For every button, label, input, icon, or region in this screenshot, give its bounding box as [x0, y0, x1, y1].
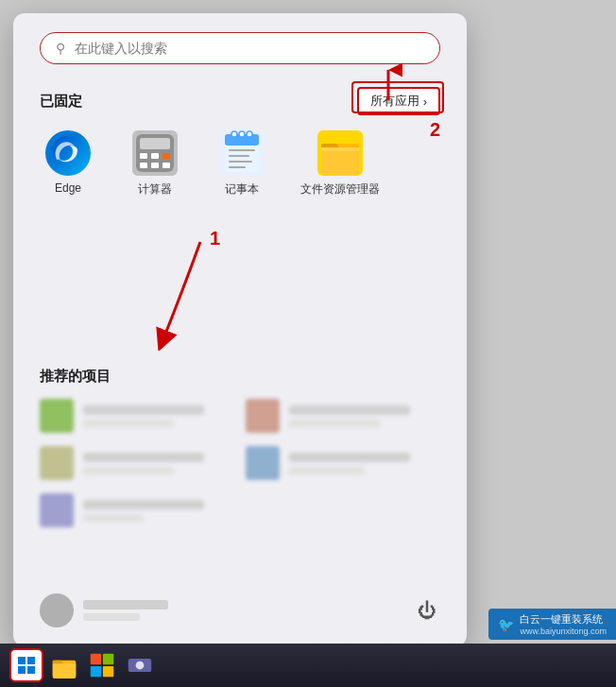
edge-label: Edge — [55, 181, 81, 195]
rec-col-2 — [246, 399, 440, 527]
rec-line-5b — [289, 467, 365, 474]
rec-line-3b — [83, 514, 144, 522]
svg-rect-29 — [103, 666, 113, 677]
svg-point-16 — [239, 131, 245, 137]
svg-rect-13 — [229, 161, 252, 163]
annotation-1-label: 1 — [210, 228, 220, 249]
svg-rect-21 — [18, 657, 26, 664]
search-input[interactable] — [75, 41, 424, 56]
watermark-bird-icon: 🐦 — [498, 617, 514, 632]
power-button[interactable]: ⏻ — [414, 597, 440, 624]
rec-line-1a — [83, 405, 204, 415]
svg-rect-28 — [91, 666, 101, 677]
taskbar-explorer-icon[interactable] — [47, 648, 81, 682]
svg-rect-8 — [163, 163, 170, 168]
pinned-title: 已固定 — [40, 93, 82, 111]
user-sub-line — [83, 613, 140, 621]
all-apps-chevron: › — [423, 94, 427, 109]
svg-point-31 — [136, 661, 145, 670]
rec-item-5[interactable] — [246, 446, 440, 480]
user-avatar — [40, 593, 74, 627]
svg-rect-23 — [18, 666, 26, 674]
taskbar-color-icon[interactable] — [85, 648, 119, 682]
notepad-label: 记事本 — [225, 181, 259, 198]
recommended-section: 推荐的项目 — [40, 368, 440, 527]
rec-thumb-2 — [40, 446, 74, 480]
taskbar-extra-icon[interactable] — [123, 648, 157, 682]
annotation-zone: 1 — [40, 228, 440, 360]
annotation-2-arrow — [374, 62, 402, 104]
notepad-icon — [219, 130, 265, 176]
start-menu: ⚲ 已固定 所有应用 › — [13, 13, 467, 646]
pinned-apps-grid: Edge 计算器 — [40, 130, 440, 198]
app-explorer[interactable]: 文件资源管理器 — [300, 130, 380, 198]
rec-col-1 — [40, 399, 234, 527]
app-calculator[interactable]: 计算器 — [127, 130, 183, 198]
svg-rect-3 — [140, 153, 147, 159]
recommended-title: 推荐的项目 — [40, 368, 440, 386]
svg-rect-4 — [151, 153, 159, 159]
app-notepad[interactable]: 记事本 — [214, 130, 270, 198]
rec-thumb-3 — [40, 493, 74, 527]
rec-line-4a — [289, 405, 410, 415]
edge-icon — [45, 130, 91, 176]
rec-item-2[interactable] — [40, 446, 234, 480]
svg-rect-26 — [91, 654, 101, 664]
annotation-1-arrow — [134, 237, 229, 351]
calculator-label: 计算器 — [138, 181, 172, 198]
windows-icon — [17, 656, 36, 675]
rec-item-3[interactable] — [40, 493, 234, 527]
search-bar[interactable]: ⚲ — [40, 32, 440, 64]
user-info[interactable] — [40, 593, 168, 627]
taskbar: 🐦 白云一键重装系统 www.baiyunxitong.com — [0, 644, 616, 687]
svg-rect-24 — [27, 666, 35, 674]
rec-item-1[interactable] — [40, 399, 234, 433]
watermark-text: 白云一键重装系统 — [520, 612, 607, 627]
svg-rect-2 — [140, 138, 170, 149]
rec-line-2b — [83, 467, 174, 474]
rec-thumb-5 — [246, 446, 280, 480]
rec-thumb-1 — [40, 399, 74, 433]
svg-rect-27 — [103, 654, 113, 664]
svg-rect-11 — [229, 149, 255, 151]
rec-thumb-4 — [246, 399, 280, 433]
app-edge[interactable]: Edge — [40, 130, 96, 198]
user-name-line — [83, 600, 168, 610]
svg-point-15 — [231, 131, 237, 137]
explorer-label: 文件资源管理器 — [300, 181, 380, 198]
rec-line-3a — [83, 500, 204, 509]
svg-rect-19 — [321, 147, 359, 151]
watermark-url: www.baiyunxitong.com — [520, 627, 607, 636]
rec-line-1b — [83, 420, 174, 427]
taskbar-start-button[interactable] — [9, 648, 43, 682]
recommended-items — [40, 399, 440, 527]
svg-rect-12 — [229, 155, 249, 157]
rec-item-4[interactable] — [246, 399, 440, 433]
svg-point-17 — [247, 131, 252, 137]
watermark: 🐦 白云一键重装系统 www.baiyunxitong.com — [488, 609, 616, 640]
svg-rect-7 — [151, 163, 159, 168]
rec-line-5a — [289, 453, 410, 462]
annotation-2-label: 2 — [430, 119, 440, 141]
rec-line-4b — [289, 420, 380, 427]
calculator-icon — [132, 130, 178, 176]
svg-rect-22 — [27, 657, 35, 664]
svg-rect-6 — [140, 163, 147, 168]
svg-rect-5 — [163, 153, 170, 159]
user-area: ⏻ — [40, 593, 440, 627]
svg-rect-14 — [229, 166, 246, 168]
rec-line-2a — [83, 453, 204, 462]
search-icon: ⚲ — [56, 41, 65, 56]
explorer-icon — [317, 130, 363, 176]
